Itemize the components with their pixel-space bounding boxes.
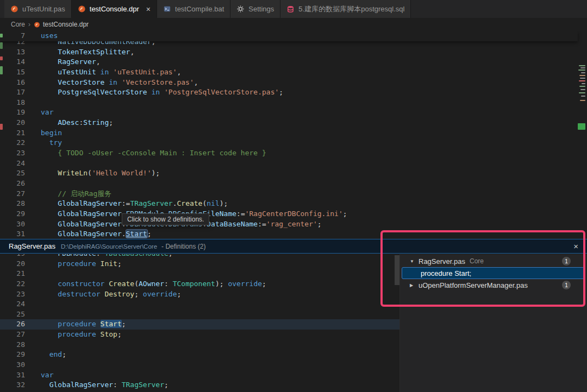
minimap-mark <box>580 78 585 79</box>
code-line[interactable]: 24 <box>0 299 399 309</box>
line-number: 27 <box>0 330 25 340</box>
code-text: RagServer, <box>41 57 101 67</box>
code-text: GlobalRagServer.Start; <box>41 229 152 239</box>
code-line[interactable]: 29 GlobalRagServer.FDBModule.DBConfigFil… <box>0 209 587 219</box>
minimap-mark <box>580 100 585 101</box>
code-line[interactable]: 16 VectorStore in 'VectorStore.pas', <box>0 78 587 88</box>
code-line[interactable]: 32 GlobalRagServer: TRagServer; <box>0 380 399 390</box>
minimap[interactable] <box>578 62 587 239</box>
breadcrumb-folder[interactable]: Core <box>11 21 25 28</box>
definition-count-tooltip: Click to show 2 definitions. <box>122 213 209 225</box>
peek-code-editor[interactable]: 19 FDBModule: TDatabaseModule;20 procedu… <box>0 254 399 392</box>
definition-link[interactable]: Start <box>126 230 147 238</box>
code-line[interactable]: 22 try <box>0 138 587 148</box>
code-text: var <box>41 108 53 118</box>
chevron-down-icon[interactable]: ▼ <box>410 259 419 264</box>
minimap-mark <box>582 83 585 84</box>
editor-tab[interactable]: Settings <box>230 0 280 18</box>
code-line[interactable]: 23 { TODO -oUser -cConsole Main : Insert… <box>0 148 587 159</box>
tab-close-icon[interactable]: × <box>146 5 151 13</box>
code-text: FDBModule: TDatabaseModule; <box>41 254 173 259</box>
line-number: 24 <box>0 299 25 309</box>
code-line[interactable]: 22 constructor Create(AOwner: TComponent… <box>0 279 399 289</box>
line-number: 28 <box>0 340 25 350</box>
editor-tab[interactable]: uTestUnit.pas <box>4 0 72 18</box>
peek-title: RagServer.pas <box>9 242 55 250</box>
code-line[interactable]: 20 procedure Init; <box>0 259 399 269</box>
code-text: procedure Stop; <box>41 330 122 340</box>
line-number: 18 <box>0 98 25 108</box>
code-line[interactable]: 19var <box>0 108 587 118</box>
delphi-file-icon <box>34 21 40 29</box>
editor-tab[interactable]: testCompile.bat <box>157 0 230 18</box>
editor-tab[interactable]: testConsole.dpr× <box>72 0 157 18</box>
code-line[interactable]: 21begin <box>0 128 587 138</box>
code-text: try <box>41 138 62 148</box>
code-line[interactable]: 26 <box>0 179 587 189</box>
code-line[interactable]: 21 <box>0 269 399 279</box>
code-line[interactable]: 24 <box>0 159 587 169</box>
code-line[interactable]: 20 ADesc:String; <box>0 118 587 128</box>
code-text: destructor Destroy; override; <box>41 289 181 300</box>
chevron-right-icon[interactable]: ▶ <box>410 283 419 288</box>
code-editor[interactable]: 12 NativeDbDocumentReader,13 TokenTextSp… <box>0 31 587 239</box>
code-text: { TODO -oUser -cConsole Main : Insert co… <box>41 148 266 159</box>
code-line[interactable]: 28 GlobalRagServer:=TRagServer.Create(ni… <box>0 199 587 209</box>
line-number: 20 <box>0 118 25 128</box>
code-line[interactable]: 25 WriteLn('Hello World!'); <box>0 168 587 179</box>
minimap-mark <box>578 69 585 71</box>
tab-label: Settings <box>248 5 274 13</box>
tree-item-label: RagServer.pas <box>419 257 465 265</box>
peek-file-path: D:\DelphiRAG\Source\Server\Core <box>61 243 157 250</box>
peek-definitions-panel: RagServer.pas D:\DelphiRAG\Source\Server… <box>0 239 587 392</box>
minimap-mark <box>578 123 585 130</box>
line-number: 23 <box>0 148 25 159</box>
code-line[interactable]: 17 PostgreSqlVectorStore in 'PostgreSqlV… <box>0 87 587 98</box>
sticky-scroll-line[interactable]: 7uses <box>0 31 578 41</box>
code-line[interactable]: 23 destructor Destroy; override; <box>0 289 399 300</box>
line-number: 29 <box>0 350 25 360</box>
line-number: 21 <box>0 128 25 138</box>
delphi-file-icon <box>10 5 18 13</box>
code-line[interactable]: 31var <box>0 370 399 381</box>
code-line[interactable]: 13 TokenTextSplitter, <box>0 47 587 58</box>
bat-file-icon <box>163 5 171 13</box>
line-number: 24 <box>0 159 25 169</box>
definition-file-item[interactable]: ▼RagServer.pasCore1 <box>400 255 587 267</box>
line-number: 31 <box>0 229 25 239</box>
code-line[interactable]: 30 <box>0 360 399 370</box>
line-number: 26 <box>0 319 25 330</box>
delphi-file-icon <box>78 5 86 13</box>
editor-tab[interactable]: 5.建库的数据库脚本postgresql.sql <box>280 0 411 18</box>
breadcrumb-file[interactable]: testConsole.dpr <box>34 21 89 29</box>
code-line[interactable]: 27 procedure Stop; <box>0 330 399 340</box>
code-line[interactable]: 19 FDBModule: TDatabaseModule; <box>0 254 399 259</box>
tree-item-label: procedure Start; <box>421 269 471 277</box>
line-number: 22 <box>0 138 25 148</box>
definition-file-item[interactable]: ▶uOpenPlatformServerManager.pas1 <box>400 279 587 291</box>
gear-icon <box>236 5 245 13</box>
code-line[interactable]: 29 end; <box>0 350 399 360</box>
code-line[interactable]: 28 <box>0 340 399 350</box>
code-line[interactable]: 31 GlobalRagServer.Start; <box>0 229 587 239</box>
line-number: 27 <box>0 189 25 199</box>
close-icon[interactable]: × <box>570 242 582 251</box>
line-number: 29 <box>0 209 25 219</box>
code-line[interactable]: 30 GlobalRagServer.FDBModule.DBParams.Da… <box>0 219 587 230</box>
code-line[interactable]: 25 <box>0 309 399 320</box>
line-number: 31 <box>0 370 25 381</box>
code-line[interactable]: 18 <box>0 98 587 108</box>
code-text: GlobalRagServer:=TRagServer.Create(nil); <box>41 199 228 209</box>
code-line[interactable]: 7uses <box>0 31 578 41</box>
definition-reference-item[interactable]: procedure Start; <box>402 267 585 279</box>
code-line[interactable]: 15 uTestUnit in 'uTestUnit.pas', <box>0 67 587 78</box>
tab-label: 5.建库的数据库脚本postgresql.sql <box>298 4 404 14</box>
scrollbar[interactable] <box>395 255 399 285</box>
line-number: 13 <box>0 47 25 58</box>
peek-definition-count: - Definitions (2) <box>161 243 205 250</box>
line-number: 7 <box>0 31 25 41</box>
delphi-file-icon <box>34 21 40 29</box>
code-line[interactable]: 26 procedure Start; <box>0 319 399 330</box>
code-line[interactable]: 27 // 启动Rag服务 <box>0 189 587 199</box>
code-line[interactable]: 14 RagServer, <box>0 57 587 67</box>
